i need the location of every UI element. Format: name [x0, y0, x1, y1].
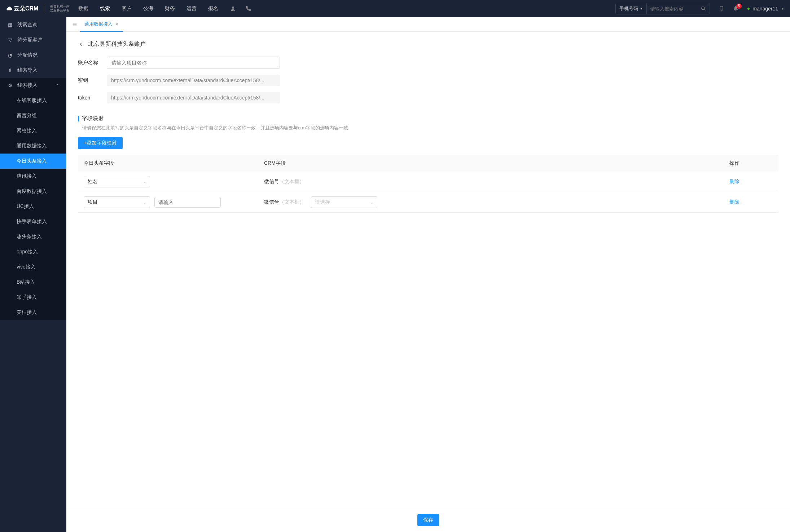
username: manager11: [752, 6, 778, 12]
sidebar-sub-item[interactable]: 在线客服接入: [17, 93, 66, 108]
secret-value: https://crm.yunduocrm.com/externalData/s…: [107, 75, 280, 86]
search-box: 手机号码 ▼: [615, 3, 710, 14]
sidebar-icon: ⚙: [7, 83, 13, 88]
section-hint: 请确保您在此填写的头条自定义字段名称与在今日头条平台中自定义的字段名称一致，并且…: [82, 125, 778, 131]
sidebar-sub-item[interactable]: 腾讯接入: [17, 169, 66, 184]
user-menu[interactable]: manager11 ▼: [747, 6, 784, 12]
nav-item-2[interactable]: 客户: [122, 0, 132, 17]
collapse-icon[interactable]: [69, 22, 80, 27]
crm-field-hint: （文本框）: [279, 199, 304, 205]
tabs-bar: 通用数据接入 ✕: [66, 17, 790, 32]
sidebar-icon: ⇪: [7, 67, 13, 73]
breadcrumb: 北京昱新科技头条账户: [78, 40, 778, 48]
status-dot-icon: [747, 8, 750, 10]
crm-field-hint: （文本框）: [279, 178, 304, 185]
delete-link[interactable]: 删除: [729, 199, 739, 205]
sidebar-icon: ▦: [7, 22, 13, 28]
header: 云朵CRM 教育机构一站 式服务云平台 数据线索客户公海财务运营报名 手机号码 …: [0, 0, 790, 17]
section-title: 字段映射: [78, 115, 778, 122]
user-add-icon[interactable]: [230, 5, 236, 12]
sidebar-label: 线索导入: [17, 67, 38, 74]
notification-badge: 5: [736, 4, 742, 9]
footer: 保存: [66, 508, 790, 532]
search-input[interactable]: [647, 4, 697, 14]
th-toutiao: 今日头条字段: [84, 160, 264, 167]
sidebar-label: 分配情况: [17, 52, 38, 58]
sidebar-sub-item[interactable]: 快手表单接入: [17, 214, 66, 229]
mapping-table: 今日头条字段 CRM字段 操作 姓名⌄微信号（文本框）删除项目⌄微信号（文本框）…: [78, 155, 778, 213]
token-label: token: [78, 95, 107, 101]
account-name-input[interactable]: [107, 57, 280, 69]
sidebar-sub-item[interactable]: 网校接入: [17, 123, 66, 138]
sidebar-sub-item[interactable]: 知乎接入: [17, 290, 66, 305]
sidebar-sub-item[interactable]: 百度数据接入: [17, 184, 66, 199]
svg-point-0: [232, 6, 234, 9]
save-button[interactable]: 保存: [417, 514, 439, 526]
logo-text: 云朵CRM: [6, 5, 38, 13]
page-title: 北京昱新科技头条账户: [88, 40, 146, 48]
svg-point-4: [721, 10, 722, 10]
sidebar-label: 线索接入: [17, 82, 38, 89]
sidebar-sub-item[interactable]: oppo接入: [17, 244, 66, 260]
nav-item-4[interactable]: 财务: [165, 0, 175, 17]
close-icon[interactable]: ✕: [115, 22, 119, 26]
sidebar-item-2[interactable]: ◔分配情况: [0, 48, 66, 63]
sidebar-item-0[interactable]: ▦线索查询: [0, 17, 66, 32]
th-action: 操作: [729, 160, 773, 167]
table-header: 今日头条字段 CRM字段 操作: [78, 155, 778, 172]
field-select[interactable]: 姓名⌄: [84, 176, 150, 187]
sidebar: ▦线索查询▽待分配客户◔分配情况⇪线索导入⚙线索接入⌃在线客服接入留言分组网校接…: [0, 17, 66, 532]
search-type-select[interactable]: 手机号码 ▼: [616, 3, 647, 14]
field-input[interactable]: [154, 197, 221, 208]
search-button[interactable]: [697, 4, 710, 13]
sidebar-icon: ◔: [7, 52, 13, 58]
sidebar-sub-item[interactable]: UC接入: [17, 199, 66, 214]
sidebar-item-3[interactable]: ⇪线索导入: [0, 63, 66, 78]
nav-item-3[interactable]: 公海: [143, 0, 153, 17]
sidebar-item-1[interactable]: ▽待分配客户: [0, 32, 66, 48]
logo-subtitle: 教育机构一站 式服务云平台: [50, 5, 70, 13]
crm-field-label: 微信号: [264, 178, 279, 185]
account-label: 账户名称: [78, 59, 107, 66]
sidebar-sub-item[interactable]: 今日头条接入: [0, 154, 66, 169]
secret-label: 密钥: [78, 77, 107, 84]
table-row: 姓名⌄微信号（文本框）删除: [78, 172, 778, 192]
table-row: 项目⌄微信号（文本框）请选择⌄删除: [78, 192, 778, 213]
notification-bell[interactable]: 5: [733, 6, 739, 12]
sidebar-label: 待分配客户: [17, 37, 43, 43]
sidebar-sub-item[interactable]: 美柚接入: [17, 305, 66, 320]
add-mapping-button[interactable]: +添加字段映射: [78, 137, 123, 149]
sidebar-sub-item[interactable]: 趣头条接入: [17, 229, 66, 244]
crm-select[interactable]: 请选择⌄: [311, 196, 377, 208]
sidebar-sub-item[interactable]: B站接入: [17, 275, 66, 290]
sidebar-sub-item[interactable]: 留言分组: [17, 108, 66, 123]
nav-item-1[interactable]: 线索: [100, 0, 110, 17]
crm-field-label: 微信号: [264, 199, 279, 205]
delete-link[interactable]: 删除: [729, 178, 739, 184]
sidebar-sub-item[interactable]: 通用数据接入: [17, 138, 66, 154]
tab-label: 通用数据接入: [84, 21, 113, 27]
nav-item-6[interactable]: 报名: [208, 0, 218, 17]
nav-item-0[interactable]: 数据: [78, 0, 88, 17]
top-nav: 数据线索客户公海财务运营报名: [78, 0, 218, 17]
phone-icon[interactable]: [245, 5, 251, 12]
logo: 云朵CRM 教育机构一站 式服务云平台: [6, 4, 70, 13]
content: 通用数据接入 ✕ 北京昱新科技头条账户 账户名称 密钥 https://crm.…: [66, 17, 790, 532]
chevron-icon: ⌃: [56, 84, 59, 88]
sidebar-item-4[interactable]: ⚙线索接入⌃: [0, 78, 66, 93]
field-select[interactable]: 项目⌄: [84, 196, 150, 208]
back-arrow-icon[interactable]: [78, 41, 84, 47]
nav-item-5[interactable]: 运营: [186, 0, 197, 17]
token-value: https://crm.yunduocrm.com/externalData/s…: [107, 92, 280, 103]
sidebar-icon: ▽: [7, 37, 13, 43]
tab-active[interactable]: 通用数据接入 ✕: [80, 17, 123, 32]
mobile-icon[interactable]: [719, 6, 724, 12]
th-crm: CRM字段: [264, 160, 729, 167]
sidebar-label: 线索查询: [17, 22, 38, 28]
svg-point-2: [702, 7, 705, 10]
sidebar-sub-item[interactable]: vivo接入: [17, 260, 66, 275]
